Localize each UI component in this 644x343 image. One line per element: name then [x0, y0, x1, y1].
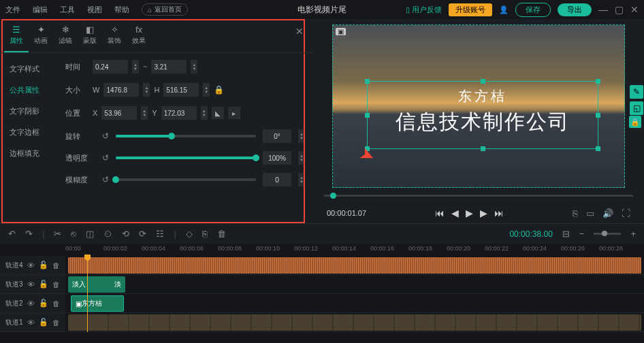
subnav-shadow[interactable]: 文字阴影: [0, 101, 57, 122]
opacity-spinner[interactable]: ▲▼: [298, 151, 305, 165]
flip-h-icon[interactable]: ◣: [212, 107, 224, 119]
menu-help[interactable]: 帮助: [114, 5, 129, 15]
eye-icon[interactable]: 👁: [27, 280, 35, 289]
subnav-border[interactable]: 文字边框: [0, 122, 57, 143]
handle-bm[interactable]: [481, 146, 485, 151]
playhead[interactable]: [87, 256, 88, 332]
mark-icon[interactable]: ◇: [186, 229, 193, 239]
subnav-fill[interactable]: 边框填充: [0, 143, 57, 164]
ratio-icon[interactable]: ▭: [586, 208, 594, 218]
edit-text-icon[interactable]: ✎: [630, 85, 643, 99]
pos-y-spinner[interactable]: ▲▼: [201, 106, 208, 120]
title-clip[interactable]: ▣ 东方桔: [71, 295, 124, 312]
handle-mr[interactable]: [596, 113, 600, 118]
eye-icon[interactable]: 👁: [27, 261, 35, 270]
zoom-out-icon[interactable]: −: [579, 229, 585, 239]
time-start-input[interactable]: [93, 60, 128, 74]
fullscreen-icon[interactable]: ⛶: [622, 208, 630, 218]
copy-icon[interactable]: ⎘: [202, 229, 208, 239]
zoom-in-icon[interactable]: +: [630, 229, 636, 239]
minimize-icon[interactable]: —: [598, 4, 608, 15]
lock-track-icon[interactable]: 🔓: [39, 299, 48, 308]
menu-view[interactable]: 视图: [87, 5, 102, 15]
maximize-icon[interactable]: ▢: [615, 4, 624, 15]
layers-icon[interactable]: ☷: [156, 229, 164, 239]
upgrade-button[interactable]: 升级账号: [449, 3, 492, 16]
time-end-input[interactable]: [151, 60, 187, 74]
pos-x-input[interactable]: [101, 106, 137, 120]
handle-tr[interactable]: [596, 79, 600, 84]
opacity-reset-icon[interactable]: ↺: [102, 153, 109, 163]
subnav-text-style[interactable]: 文字样式: [0, 59, 57, 80]
step-back-icon[interactable]: ◀: [451, 208, 459, 218]
lock-track-icon[interactable]: 🔓: [39, 280, 48, 289]
redo-icon[interactable]: ↷: [25, 229, 33, 239]
tab-effect[interactable]: fx效果: [127, 22, 151, 52]
trash-icon[interactable]: 🗑: [52, 318, 60, 327]
height-spinner[interactable]: ▲▼: [203, 83, 210, 97]
blur-spinner[interactable]: ▲▼: [298, 173, 305, 186]
lock-aspect-icon[interactable]: 🔒: [214, 85, 224, 95]
video-clip[interactable]: [68, 314, 641, 331]
pos-y-input[interactable]: [161, 106, 197, 120]
time-end-spinner[interactable]: ▲▼: [191, 60, 197, 74]
close-icon[interactable]: ✕: [630, 4, 639, 15]
rotate-spinner[interactable]: ▲▼: [298, 129, 305, 143]
rotate-slider[interactable]: [116, 135, 256, 137]
user-icon[interactable]: 👤: [499, 5, 509, 14]
scrub-track[interactable]: [324, 195, 633, 197]
tab-decor[interactable]: ✧装饰: [102, 22, 127, 52]
scrub-thumb[interactable]: [330, 193, 336, 199]
feedback-link[interactable]: ▯ 用户反馈: [406, 5, 442, 15]
handle-tl[interactable]: [365, 79, 370, 84]
volume-icon[interactable]: 🔊: [602, 208, 613, 218]
eye-icon[interactable]: 👁: [27, 299, 35, 308]
handle-tm[interactable]: [481, 79, 485, 84]
crop-tool-icon[interactable]: ◫: [86, 229, 94, 239]
trash-icon[interactable]: 🗑: [52, 280, 60, 289]
speed-icon[interactable]: ⏲: [103, 229, 112, 239]
time-ruler[interactable]: 00:00 00:00:02 00:00:04 00:00:06 00:00:0…: [65, 244, 644, 256]
eye-icon[interactable]: 👁: [27, 318, 35, 327]
rotate-reset-icon[interactable]: ↺: [102, 131, 109, 141]
menu-edit[interactable]: 编辑: [33, 5, 48, 15]
blur-slider[interactable]: [116, 178, 256, 181]
save-button[interactable]: 保存: [515, 3, 551, 17]
flip-v-icon[interactable]: ▸: [228, 107, 240, 119]
delete-icon[interactable]: 🗑: [217, 229, 226, 239]
lock-track-icon[interactable]: 🔓: [39, 318, 48, 327]
rotate-icon[interactable]: ⟳: [139, 229, 146, 239]
snapshot-icon[interactable]: ⎘: [573, 208, 578, 218]
close-panel-icon[interactable]: ✕: [295, 26, 304, 37]
blur-reset-icon[interactable]: ↺: [102, 175, 109, 184]
step-fwd-icon[interactable]: ▶: [480, 208, 487, 218]
video-canvas[interactable]: ▣ 东方桔 信息技术制作公司 ✎ ◱ ➤: [332, 24, 625, 188]
title-text-2[interactable]: 信息技术制作公司: [368, 108, 598, 136]
text-selection-box[interactable]: 东方桔 信息技术制作公司: [367, 81, 598, 149]
tab-mask[interactable]: ◧蒙版: [78, 22, 102, 52]
crop-icon[interactable]: ◱: [630, 101, 643, 115]
handle-ml[interactable]: [365, 113, 370, 118]
undo-icon[interactable]: ↶: [8, 229, 16, 239]
menu-tools[interactable]: 工具: [60, 5, 75, 15]
trash-icon[interactable]: 🗑: [52, 299, 60, 308]
split-icon[interactable]: ⎋: [71, 229, 76, 239]
export-button[interactable]: 导出: [558, 3, 592, 16]
zoom-slider[interactable]: [594, 233, 621, 235]
width-spinner[interactable]: ▲▼: [143, 83, 150, 97]
width-input[interactable]: [103, 83, 139, 97]
menu-file[interactable]: 文件: [5, 5, 20, 15]
next-icon[interactable]: ⏭: [494, 208, 504, 218]
fade-clip[interactable]: 淡入淡: [68, 276, 125, 293]
cut-icon[interactable]: ✂: [54, 229, 61, 239]
tab-filter[interactable]: ❄滤镜: [53, 22, 78, 52]
lock-track-icon[interactable]: 🔓: [39, 261, 48, 270]
reverse-icon[interactable]: ⟲: [122, 229, 129, 239]
play-icon[interactable]: ▶: [466, 208, 473, 218]
tab-properties[interactable]: ☰属性: [4, 22, 29, 52]
title-text-1[interactable]: 东方桔: [368, 87, 598, 105]
height-input[interactable]: [163, 83, 199, 97]
subnav-common[interactable]: 公共属性: [0, 80, 57, 101]
trash-icon[interactable]: 🗑: [52, 261, 60, 270]
prev-icon[interactable]: ⏮: [435, 208, 445, 218]
